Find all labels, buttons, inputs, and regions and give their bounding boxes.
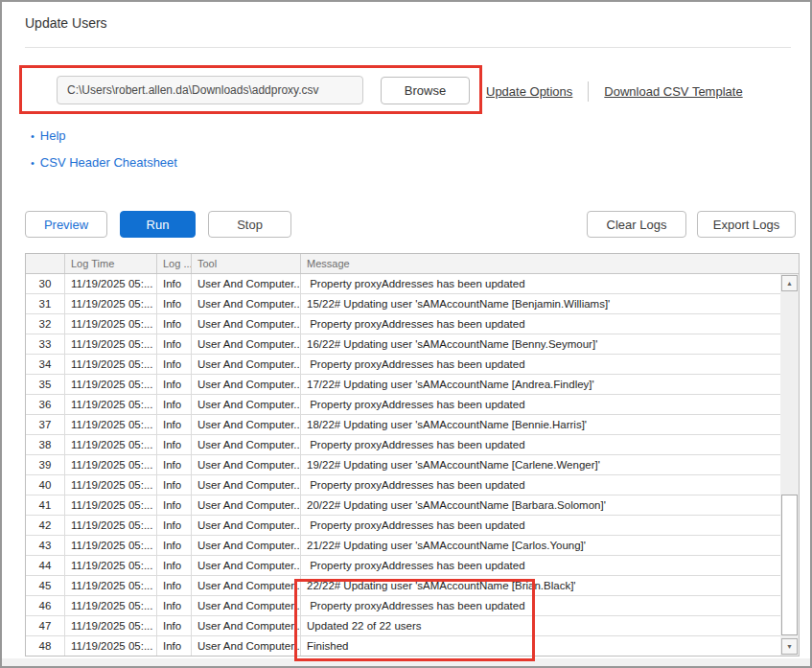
cell-level: Info — [157, 455, 192, 474]
bullet-icon: • — [31, 130, 35, 142]
cell-message: Property proxyAddresses has been updated — [301, 475, 799, 495]
table-row[interactable]: 3411/19/2025 05:...InfoUser And Computer… — [26, 355, 799, 375]
cell-time: 11/19/2025 05:... — [65, 475, 157, 495]
column-header-rownum[interactable] — [26, 254, 65, 273]
table-row[interactable]: 4311/19/2025 05:...InfoUser And Computer… — [26, 536, 799, 556]
run-button[interactable]: Run — [120, 211, 196, 238]
export-logs-button[interactable]: Export Logs — [697, 211, 796, 238]
cell-message: 22/22# Updating user 'sAMAccountName [Br… — [301, 576, 799, 595]
cell-num: 34 — [26, 355, 65, 374]
table-row[interactable]: 4611/19/2025 05:...InfoUser And Computer… — [26, 596, 799, 616]
column-header-message[interactable]: Message — [301, 254, 799, 273]
help-links: •Help •CSV Header Cheatsheet — [31, 128, 177, 182]
table-row[interactable]: 4411/19/2025 05:...InfoUser And Computer… — [26, 556, 799, 576]
preview-button[interactable]: Preview — [25, 211, 107, 238]
log-table-header: Log Time Log ... Tool Message — [26, 254, 799, 274]
cell-num: 31 — [26, 294, 65, 313]
cell-tool: User And Computer... — [192, 415, 301, 434]
update-users-window: Update Users Browse Update Options Downl… — [0, 0, 812, 668]
scroll-up-icon[interactable]: ▲ — [781, 275, 798, 291]
cell-message: Updated 22 of 22 users — [301, 616, 799, 635]
table-row[interactable]: 4511/19/2025 05:...InfoUser And Computer… — [26, 576, 799, 596]
cell-num: 45 — [26, 576, 65, 595]
cell-num: 30 — [26, 274, 65, 293]
scrollbar-thumb[interactable] — [781, 495, 798, 635]
table-row[interactable]: 4211/19/2025 05:...InfoUser And Computer… — [26, 516, 799, 536]
cell-time: 11/19/2025 05:... — [65, 395, 157, 414]
cell-level: Info — [157, 375, 192, 394]
cell-time: 11/19/2025 05:... — [65, 556, 157, 575]
cell-message: 21/22# Updating user 'sAMAccountName [Ca… — [301, 536, 799, 555]
cell-level: Info — [157, 314, 192, 334]
cell-message: 16/22# Updating user 'sAMAccountName [Be… — [301, 334, 799, 354]
cell-message: 20/22# Updating user 'sAMAccountName [Ba… — [301, 495, 799, 515]
cell-tool: User And Computer... — [192, 516, 301, 535]
cell-tool: User And Computer... — [192, 314, 301, 334]
cell-level: Info — [157, 556, 192, 575]
update-options-link[interactable]: Update Options — [486, 84, 572, 99]
cell-time: 11/19/2025 05:... — [65, 536, 157, 555]
cell-level: Info — [157, 415, 192, 434]
stop-button[interactable]: Stop — [208, 211, 291, 238]
title-divider — [25, 47, 791, 48]
cell-tool: User And Computer... — [192, 435, 301, 454]
table-row[interactable]: 3011/19/2025 05:...InfoUser And Computer… — [26, 274, 799, 294]
cell-tool: User And Computer... — [192, 576, 301, 595]
cell-level: Info — [157, 636, 192, 656]
table-row[interactable]: 3911/19/2025 05:...InfoUser And Computer… — [26, 455, 799, 475]
cell-tool: User And Computer... — [192, 616, 301, 635]
cell-tool: User And Computer... — [192, 475, 301, 495]
cell-time: 11/19/2025 05:... — [65, 355, 157, 374]
cell-time: 11/19/2025 05:... — [65, 294, 157, 313]
cell-level: Info — [157, 334, 192, 354]
clear-logs-button[interactable]: Clear Logs — [587, 211, 686, 238]
links-divider — [588, 81, 589, 102]
cell-num: 33 — [26, 334, 65, 354]
cell-num: 41 — [26, 495, 65, 515]
cell-tool: User And Computer... — [192, 596, 301, 615]
scroll-down-icon[interactable]: ▼ — [781, 638, 798, 655]
cell-time: 11/19/2025 05:... — [65, 415, 157, 434]
column-header-log-level[interactable]: Log ... — [157, 254, 192, 273]
column-header-log-time[interactable]: Log Time — [65, 254, 157, 273]
table-row[interactable]: 4011/19/2025 05:...InfoUser And Computer… — [26, 475, 799, 495]
page-title: Update Users — [25, 15, 107, 31]
csv-file-path-input[interactable] — [57, 76, 363, 104]
cell-level: Info — [157, 435, 192, 454]
cell-tool: User And Computer... — [192, 455, 301, 474]
table-row[interactable]: 3311/19/2025 05:...InfoUser And Computer… — [26, 334, 799, 355]
cell-level: Info — [157, 495, 192, 515]
table-row[interactable]: 4811/19/2025 05:...InfoUser And Computer… — [26, 636, 799, 656]
table-row[interactable]: 3111/19/2025 05:...InfoUser And Computer… — [26, 294, 799, 314]
table-row[interactable]: 3211/19/2025 05:...InfoUser And Computer… — [26, 314, 799, 334]
download-csv-template-link[interactable]: Download CSV Template — [604, 84, 742, 99]
cell-tool: User And Computer... — [192, 294, 301, 313]
cell-num: 39 — [26, 455, 65, 474]
cell-message: Property proxyAddresses has been updated — [301, 314, 799, 334]
csv-header-cheatsheet-link[interactable]: •CSV Header Cheatsheet — [31, 155, 177, 170]
table-row[interactable]: 3711/19/2025 05:...InfoUser And Computer… — [26, 415, 799, 435]
cell-num: 35 — [26, 375, 65, 394]
help-link[interactable]: •Help — [31, 128, 177, 143]
cell-level: Info — [157, 294, 192, 313]
cell-tool: User And Computer... — [192, 274, 301, 293]
cell-tool: User And Computer... — [192, 536, 301, 555]
cell-num: 48 — [26, 636, 65, 656]
table-row[interactable]: 4711/19/2025 05:...InfoUser And Computer… — [26, 616, 799, 636]
cell-time: 11/19/2025 05:... — [65, 495, 157, 515]
cell-level: Info — [157, 536, 192, 555]
cell-level: Info — [157, 596, 192, 615]
table-row[interactable]: 3811/19/2025 05:...InfoUser And Computer… — [26, 435, 799, 455]
browse-button[interactable]: Browse — [381, 77, 470, 104]
cell-level: Info — [157, 475, 192, 495]
cell-time: 11/19/2025 05:... — [65, 576, 157, 595]
cell-num: 47 — [26, 616, 65, 635]
help-link-label: Help — [40, 128, 66, 143]
cell-time: 11/19/2025 05:... — [65, 375, 157, 394]
vertical-scrollbar[interactable]: ▲ ▼ — [780, 274, 799, 656]
column-header-tool[interactable]: Tool — [192, 254, 301, 273]
table-row[interactable]: 4111/19/2025 05:...InfoUser And Computer… — [26, 495, 799, 516]
table-row[interactable]: 3611/19/2025 05:...InfoUser And Computer… — [26, 395, 799, 415]
cell-level: Info — [157, 616, 192, 635]
table-row[interactable]: 3511/19/2025 05:...InfoUser And Computer… — [26, 375, 799, 395]
